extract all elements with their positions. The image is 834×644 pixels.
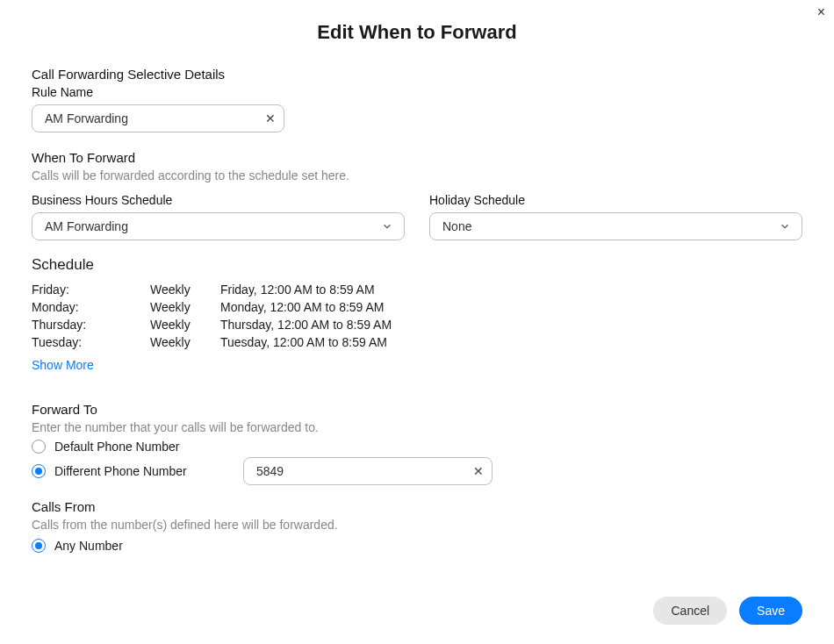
clear-rule-name-icon[interactable]: ✕	[265, 112, 276, 125]
business-hours-label: Business Hours Schedule	[32, 193, 405, 207]
schedule-time: Tuesday, 12:00 AM to 8:59 AM	[220, 333, 400, 351]
schedule-heading: Schedule	[32, 256, 802, 274]
schedule-time: Friday, 12:00 AM to 8:59 AM	[220, 281, 400, 298]
schedule-table: Friday:WeeklyFriday, 12:00 AM to 8:59 AM…	[32, 281, 400, 351]
business-hours-select[interactable]: AM Forwarding	[32, 212, 405, 240]
rule-name-label: Rule Name	[32, 85, 802, 99]
schedule-time: Monday, 12:00 AM to 8:59 AM	[220, 298, 400, 316]
radio-default-phone-label: Default Phone Number	[54, 440, 179, 454]
details-heading: Call Forwarding Selective Details	[32, 67, 802, 82]
radio-default-phone[interactable]	[32, 440, 46, 454]
schedule-day: Tuesday:	[32, 333, 150, 351]
clear-different-phone-icon[interactable]: ✕	[473, 465, 484, 477]
calls-from-hint: Calls from the number(s) defined here wi…	[32, 518, 802, 532]
forward-to-hint: Enter the number that your calls will be…	[32, 420, 802, 434]
schedule-day: Monday:	[32, 298, 150, 316]
schedule-freq: Weekly	[150, 281, 220, 298]
schedule-freq: Weekly	[150, 333, 220, 351]
schedule-day: Thursday:	[32, 316, 150, 333]
cancel-button[interactable]: Cancel	[653, 597, 727, 625]
chevron-down-icon	[779, 220, 791, 233]
calls-from-heading: Calls From	[32, 499, 802, 514]
schedule-freq: Weekly	[150, 298, 220, 316]
schedule-row: Friday:WeeklyFriday, 12:00 AM to 8:59 AM	[32, 281, 400, 298]
schedule-row: Thursday:WeeklyThursday, 12:00 AM to 8:5…	[32, 316, 400, 333]
radio-any-number-label: Any Number	[54, 539, 123, 553]
schedule-time: Thursday, 12:00 AM to 8:59 AM	[220, 316, 400, 333]
modal-title: Edit When to Forward	[32, 21, 802, 44]
radio-any-number[interactable]	[32, 539, 46, 553]
schedule-freq: Weekly	[150, 316, 220, 333]
forward-to-heading: Forward To	[32, 402, 802, 417]
schedule-row: Monday:WeeklyMonday, 12:00 AM to 8:59 AM	[32, 298, 400, 316]
show-more-link[interactable]: Show More	[32, 358, 94, 372]
radio-different-phone-label: Different Phone Number	[54, 464, 208, 478]
different-phone-input[interactable]	[243, 457, 492, 485]
when-to-forward-hint: Calls will be forwarded according to the…	[32, 168, 802, 182]
holiday-schedule-select[interactable]: None	[429, 212, 802, 240]
radio-different-phone[interactable]	[32, 464, 46, 478]
modal-footer: Cancel Save	[653, 597, 802, 625]
schedule-day: Friday:	[32, 281, 150, 298]
chevron-down-icon	[381, 220, 393, 233]
rule-name-input[interactable]	[32, 104, 284, 132]
when-to-forward-heading: When To Forward	[32, 150, 802, 165]
schedule-row: Tuesday:WeeklyTuesday, 12:00 AM to 8:59 …	[32, 333, 400, 351]
holiday-schedule-label: Holiday Schedule	[429, 193, 802, 207]
close-icon[interactable]: ×	[817, 5, 825, 19]
save-button[interactable]: Save	[739, 597, 802, 625]
edit-forward-modal: × Edit When to Forward Call Forwarding S…	[0, 0, 834, 644]
business-hours-selected: AM Forwarding	[45, 219, 128, 233]
holiday-schedule-selected: None	[442, 219, 471, 233]
